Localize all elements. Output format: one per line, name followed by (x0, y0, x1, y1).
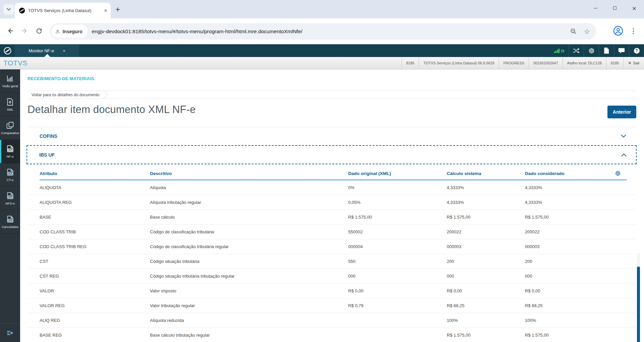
help-icon: ? (634, 48, 640, 54)
security-label: Inseguro (62, 29, 82, 34)
table-cell: VALOR (40, 288, 150, 293)
app-tab-label: Monitor NF-e (29, 48, 54, 53)
table-cell: R$ 1.575,00 (348, 215, 447, 220)
sidebar-item-cte[interactable]: XML CT-e (0, 163, 20, 187)
table-cell: 200022 (525, 229, 621, 234)
table-cell: 4,3333% (525, 200, 621, 205)
di-indicator-label: DI (561, 50, 564, 53)
table-cell: R$ 1.575,00 (447, 333, 525, 338)
restore-icon (613, 6, 616, 10)
active-tab-pointer (44, 54, 50, 57)
security-chip[interactable]: ⚠ Inseguro (51, 25, 88, 38)
sidebar-item-nfse[interactable]: XML NFS-e (0, 187, 20, 210)
table-cell: Alíquota (150, 185, 348, 190)
sidebar-item-label: XML (7, 108, 13, 111)
sidebar-item-nfe[interactable]: XML NF-e (0, 140, 20, 163)
help-button[interactable]: ? (629, 44, 644, 57)
logout-x-icon: ✕ (628, 61, 631, 65)
session-info-strip: 8185 TOTVS Serviços (Linha Datasul) 06.9… (401, 57, 644, 69)
table-cell: Código de classificação tributária regul… (150, 244, 348, 249)
section-ibs-uf[interactable]: IBS UF (26, 145, 637, 164)
table-row: COD CLASS TRIB REGCódigo de classificaçã… (28, 239, 636, 254)
app-top-bar: Monitor NF-e × DI (0, 44, 644, 57)
window-close-button[interactable]: × (625, 0, 644, 16)
document-button[interactable] (599, 44, 614, 57)
browser-tab[interactable]: TOTVS Serviços (Linha Datasul) × (15, 3, 111, 18)
url-text[interactable]: engjv-devdock01:8185/totvs-menu/#/totvs-… (92, 28, 570, 35)
sidebar: Visão geral XML Comparativo XML NF-e (0, 69, 20, 342)
section-label: IBS UF (39, 152, 55, 158)
chat-button[interactable] (614, 44, 629, 57)
table-cell: 200 (525, 259, 621, 264)
new-tab-button[interactable]: + (115, 5, 120, 14)
table-row: VALOR REGValor tributação regularR$ 0,79… (28, 298, 636, 313)
shuffle-button[interactable] (569, 44, 584, 57)
section-cofins[interactable]: COFINS (28, 127, 636, 145)
app-header: TOTVS 8185 TOTVS Serviços (Linha Datasul… (0, 57, 644, 69)
sidebar-item-cancelados[interactable]: XML Cancelados (0, 210, 20, 234)
profile-icon (613, 26, 623, 36)
sidebar-item-comparativo[interactable]: Comparativo (0, 116, 20, 140)
session-info-cell: Atalho local: DLC128 (562, 57, 606, 69)
column-header: Cálculo sistema (447, 171, 525, 176)
section-label: COFINS (40, 133, 57, 139)
omnibox-right-icons: ☆ (570, 27, 590, 36)
table-row: CST REGCódigo situação tributária tribut… (28, 269, 636, 284)
connection-status-indicator[interactable]: DI (550, 44, 569, 57)
browser-forward-button[interactable] (19, 25, 30, 37)
browser-tab-strip: TOTVS Serviços (Linha Datasul) × + × (0, 0, 644, 18)
settings-button[interactable] (584, 44, 599, 57)
browser-menu-button[interactable] (631, 26, 636, 36)
table-row: ALIQUOTA REGAlíquota tributação regular0… (28, 195, 636, 210)
sidebar-expand-button[interactable] (6, 330, 14, 336)
zoom-out-icon[interactable] (570, 28, 577, 35)
table-row: BASEBase cálculoR$ 1.575,00R$ 1.575,00R$… (28, 210, 636, 225)
sidebar-item-visao-geral[interactable]: Visão geral (0, 69, 20, 93)
tab-search-button[interactable] (3, 4, 14, 15)
table-body: ALIQUOTAAlíquota0%4,3333%4,3333%ALIQUOTA… (28, 180, 636, 342)
xml-document-icon: XML (6, 168, 14, 176)
session-info-cell: TOTVS Serviços (Linha Datasul) 06.9.5629 (419, 57, 498, 69)
table-cell: Alíquota tributação regular (150, 200, 348, 205)
app-tab-close-icon[interactable]: × (63, 48, 65, 53)
table-row: VALORValor impostoR$ 0,00R$ 0,00R$ 0,00 (28, 284, 636, 298)
session-info-cell: 001501002647 (529, 57, 562, 69)
app-bar-icons: DI (550, 44, 644, 57)
xml-document-icon: XML (6, 215, 14, 223)
table-row: COD CLASS TRIBCódigo de classificação tr… (28, 225, 636, 239)
table-cell: ALIQUOTA (40, 185, 150, 190)
totvs-favicon-icon (19, 7, 25, 14)
totvs-wordmark: TOTVS (0, 57, 401, 69)
back-arrow-icon (7, 27, 14, 34)
table-cell: COD CLASS TRIB REG (40, 244, 150, 249)
table-cell: R$ 0,00 (348, 288, 447, 293)
totvs-logo-icon[interactable] (0, 44, 15, 57)
xml-document-icon: XML (6, 191, 14, 200)
scrollbar-thumb[interactable] (637, 267, 640, 342)
reload-icon (36, 28, 42, 34)
window-minimize-button[interactable] (586, 0, 605, 16)
table-cell: Base cálculo tributação regular (150, 333, 348, 338)
table-cell: 4,3333% (447, 185, 525, 190)
logout-button[interactable]: ✕ Sair (623, 57, 644, 69)
minimize-icon (594, 8, 597, 8)
bookmark-star-icon[interactable]: ☆ (584, 27, 590, 36)
sidebar-item-xml[interactable]: XML (0, 93, 20, 116)
address-bar[interactable]: ⚠ Inseguro engjv-devdock01:8185/totvs-me… (50, 23, 596, 40)
breadcrumb-back-link[interactable]: Voltar para os detalhes do documento (28, 93, 99, 97)
table-settings-button[interactable] (615, 170, 621, 178)
window-restore-button[interactable] (605, 0, 625, 16)
previous-button[interactable]: Anterior (607, 106, 636, 118)
window-controls: × (586, 0, 644, 16)
tab-close-icon[interactable]: × (104, 8, 107, 13)
browser-reload-button[interactable] (33, 25, 45, 37)
table-cell: R$ 68,25 (525, 303, 621, 308)
sidebar-item-label: Comparativo (1, 131, 19, 135)
table-cell: Código de classificação tributária (150, 229, 348, 234)
browser-back-button[interactable] (5, 25, 16, 37)
profile-button[interactable] (613, 26, 623, 37)
table-cell: 000003 (525, 244, 621, 249)
table-cell: 000 (447, 274, 525, 279)
session-info-cell: 8185 (401, 57, 419, 69)
svg-text:XML: XML (8, 149, 12, 151)
